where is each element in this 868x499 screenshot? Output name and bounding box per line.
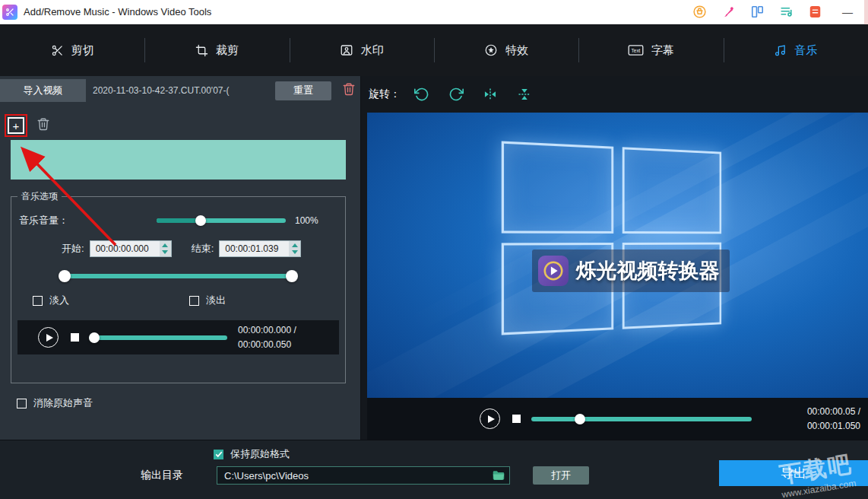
tab-label: 裁剪 [216, 43, 239, 58]
tab-label: 音乐 [794, 43, 817, 58]
document-icon[interactable] [808, 5, 822, 19]
browse-folder-icon[interactable] [492, 469, 505, 482]
music-stop-button[interactable] [71, 333, 79, 342]
trim-start-handle[interactable] [59, 270, 71, 282]
tab-subtitle[interactable]: Text 字幕 [578, 24, 723, 76]
add-music-button[interactable]: + [8, 117, 24, 134]
music-total-time: 00:00:00.050 [238, 338, 296, 352]
open-folder-button[interactable]: 打开 [533, 466, 589, 485]
music-seek-handle[interactable] [89, 332, 100, 343]
video-stop-button[interactable] [512, 415, 521, 423]
video-playback-bar: 00:00:00.05 / 00:00:01.050 [367, 398, 868, 440]
end-time-stepper[interactable] [289, 241, 300, 256]
minimize-button[interactable]: — [837, 6, 858, 18]
keep-original-format-checkbox[interactable]: 保持原始格式 [214, 447, 290, 461]
delete-video-icon[interactable] [342, 82, 356, 99]
start-time-stepper[interactable] [160, 241, 171, 256]
volume-row: 音乐音量： 100% [17, 214, 339, 227]
cart-icon[interactable] [692, 5, 707, 19]
checkbox-box[interactable] [189, 296, 199, 306]
fade-in-label: 淡入 [49, 294, 69, 307]
remove-audio-row: 消除原始声音 [17, 396, 93, 410]
rotate-ccw-icon[interactable] [414, 87, 429, 102]
import-row: 导入视频 2020-11-03-10-42-37.CUT.00'07-( 重置 [0, 79, 356, 102]
tab-cut[interactable]: 剪切 [0, 24, 144, 76]
rotate-cw-icon[interactable] [448, 87, 464, 102]
volume-value: 100% [295, 215, 318, 226]
time-range-row: 开始: 结束: [17, 240, 339, 257]
reset-button[interactable]: 重置 [275, 81, 331, 100]
remove-audio-label: 消除原始声音 [33, 396, 93, 410]
play-icon [46, 334, 53, 342]
checkbox-box[interactable] [33, 296, 43, 306]
flip-vertical-icon[interactable] [517, 87, 532, 102]
music-track-block[interactable] [11, 140, 346, 180]
subtitle-icon: Text [628, 43, 644, 57]
windows-logo [501, 141, 721, 335]
rotate-toolbar: 旋转： [361, 76, 868, 113]
watermark-icon [340, 43, 353, 57]
remove-original-audio-checkbox[interactable]: 消除原始声音 [17, 396, 93, 410]
music-options-group: 音乐选项 音乐音量： 100% 开始: 结束: [11, 190, 346, 383]
brush-icon[interactable] [721, 5, 736, 19]
video-seek-slider[interactable] [531, 417, 752, 421]
video-preview[interactable]: 烁光视频转换器 [367, 113, 868, 398]
play-icon [488, 415, 495, 423]
fade-out-checkbox[interactable]: 淡出 [189, 294, 226, 307]
app-logo-icon [2, 5, 17, 20]
tab-effects[interactable]: 特效 [434, 24, 578, 76]
output-dir-label: 输出目录 [141, 469, 183, 482]
end-label: 结束: [192, 242, 214, 256]
keep-format-label: 保持原始格式 [230, 447, 290, 461]
loaded-filename: 2020-11-03-10-42-37.CUT.00'07-( [93, 85, 265, 96]
music-edit-panel: 导入视频 2020-11-03-10-42-37.CUT.00'07-( 重置 … [0, 76, 361, 440]
checkbox-box-checked[interactable] [214, 450, 223, 459]
output-path-input[interactable] [219, 470, 492, 482]
output-path-field[interactable] [217, 466, 510, 485]
video-total-time: 00:00:01.050 [807, 419, 860, 434]
video-title-overlay: 烁光视频转换器 [532, 249, 730, 292]
preview-panel: 旋转： [361, 76, 868, 440]
music-play-button[interactable] [38, 327, 59, 348]
tab-label: 水印 [361, 43, 384, 58]
tab-label: 剪切 [71, 43, 94, 58]
flip-horizontal-icon[interactable] [483, 87, 498, 102]
export-button[interactable]: 导出 [719, 460, 868, 486]
import-video-button[interactable]: 导入视频 [0, 79, 86, 102]
music-note-icon [774, 44, 787, 57]
video-play-button[interactable] [480, 408, 500, 429]
video-overlay-text: 烁光视频转换器 [575, 257, 719, 284]
track-tools: + [5, 114, 50, 137]
close-button[interactable] [864, 0, 868, 24]
music-options-title: 音乐选项 [17, 190, 62, 203]
main-toolbar: 剪切 裁剪 水印 [0, 24, 868, 76]
delete-music-icon[interactable] [36, 117, 50, 134]
titlebar: Add/Remove Music - Windows Video Tools [0, 0, 868, 24]
trim-range-slider[interactable] [65, 274, 292, 278]
start-label: 开始: [62, 242, 84, 256]
rotate-label: 旋转： [369, 87, 401, 101]
tab-music[interactable]: 音乐 [724, 24, 868, 76]
tab-crop[interactable]: 裁剪 [144, 24, 289, 76]
window-title: Add/Remove Music - Windows Video Tools [24, 6, 211, 17]
volume-slider[interactable] [157, 218, 286, 223]
annotation-highlight-box: + [5, 114, 27, 137]
fade-in-checkbox[interactable]: 淡入 [33, 294, 69, 307]
music-seek-slider[interactable] [89, 335, 227, 340]
fade-row: 淡入 淡出 [17, 294, 339, 307]
checkbox-box[interactable] [17, 399, 27, 408]
video-seek-handle[interactable] [575, 414, 585, 424]
volume-slider-handle[interactable] [195, 215, 206, 226]
app-window: Add/Remove Music - Windows Video Tools [0, 0, 868, 499]
playlist-icon[interactable] [779, 5, 794, 19]
keep-format-row: 保持原始格式 [214, 447, 290, 461]
tab-watermark[interactable]: 水印 [290, 24, 434, 76]
volume-label: 音乐音量： [19, 214, 68, 227]
trim-range-row [65, 274, 292, 278]
layout-icon[interactable] [750, 5, 765, 19]
scissors-icon [51, 44, 64, 57]
tab-label: 特效 [505, 43, 528, 58]
video-player-time: 00:00:00.05 / 00:00:01.050 [807, 405, 860, 433]
trim-end-handle[interactable] [286, 270, 298, 282]
fade-out-label: 淡出 [206, 294, 226, 307]
